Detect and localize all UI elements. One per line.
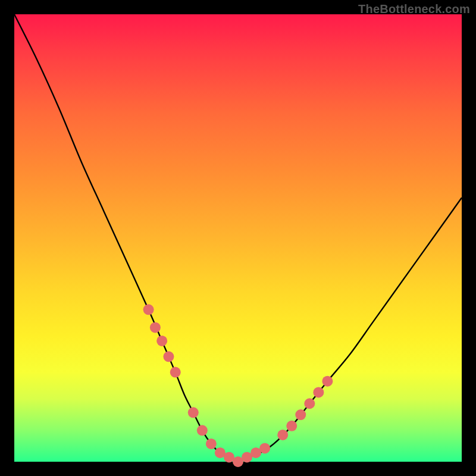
data-point-marker [259, 443, 270, 453]
chart-plot-area [14, 14, 462, 462]
data-point-marker [295, 409, 306, 420]
data-point-marker [170, 367, 181, 378]
data-point-marker [163, 351, 174, 362]
data-point-marker [304, 398, 315, 409]
data-point-marker [197, 425, 208, 436]
data-point-marker [150, 322, 161, 333]
data-point-marker [206, 439, 217, 449]
data-point-marker [322, 376, 333, 387]
data-point-marker [313, 387, 324, 397]
curve-markers [143, 304, 333, 467]
data-point-marker [277, 430, 288, 440]
bottleneck-curve [14, 14, 462, 462]
data-point-marker [188, 407, 199, 418]
data-point-marker [143, 304, 154, 315]
data-point-marker [156, 336, 167, 346]
chart-svg [14, 14, 462, 462]
data-point-marker [286, 421, 297, 431]
